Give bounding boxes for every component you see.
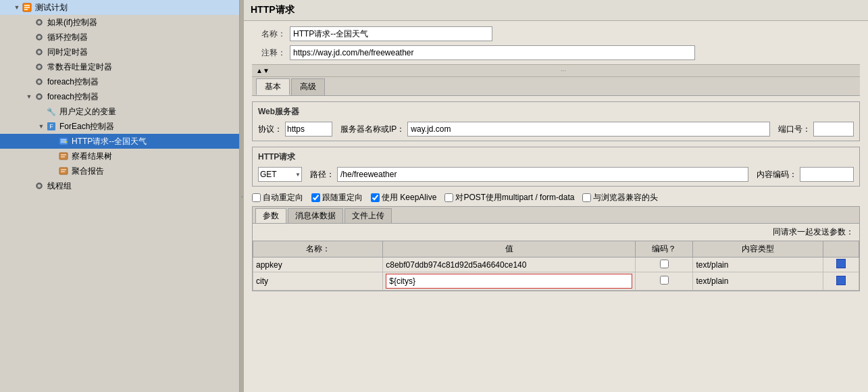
params-tab-params[interactable]: 参数: [255, 208, 286, 223]
sidebar-item-foreach2[interactable]: ▼foreach控制器: [0, 89, 239, 104]
ellipsis-bar: ···: [271, 66, 856, 75]
params-table: 名称： 值 编码？ 内容类型 appkeyc8ebf07ddb974c81d92…: [253, 241, 859, 291]
method-wrapper: GET POST PUT DELETE ▼: [258, 167, 302, 182]
param-encoded-checkbox-1[interactable]: [660, 276, 669, 285]
svg-point-7: [38, 36, 41, 39]
param-value-cell-0: c8ebf07ddb974c81d92d5a46640ce140: [383, 258, 636, 272]
page-title: HTTP请求: [244, 0, 868, 21]
param-delete-cell-0[interactable]: [823, 258, 859, 272]
param-encoded-checkbox-0[interactable]: [660, 260, 669, 268]
path-input[interactable]: [337, 167, 748, 182]
svg-rect-18: [59, 138, 68, 145]
wrench-icon: 🔧: [46, 106, 57, 117]
param-name-cell-1: city: [253, 272, 383, 291]
tab-advanced[interactable]: 高级: [291, 78, 325, 95]
param-encoded-cell-1[interactable]: [635, 272, 692, 291]
sidebar-item-label-loop-controller: 循环控制器: [47, 32, 88, 43]
follow-redirect-label[interactable]: 跟随重定向: [311, 192, 363, 203]
name-row: 名称：: [252, 26, 860, 41]
auto-redirect-checkbox[interactable]: [252, 193, 261, 202]
protocol-input[interactable]: [285, 122, 332, 137]
sidebar-item-aggregate[interactable]: 聚合报告: [0, 164, 239, 178]
multipart-label[interactable]: 对POST使用multipart / form-data: [444, 192, 574, 203]
sidebar-item-user-vars[interactable]: 🔧用户定义的变量: [0, 104, 239, 119]
path-label: 路径：: [310, 169, 334, 180]
sidebar-item-foreach1[interactable]: foreach控制器: [0, 74, 239, 89]
method-select[interactable]: GET POST PUT DELETE: [258, 167, 302, 182]
param-value-input-1[interactable]: [386, 274, 632, 289]
svg-point-29: [38, 185, 41, 187]
sidebar-item-foreach-ctrl[interactable]: ▼FForEach控制器: [0, 119, 239, 134]
port-label: 端口号：: [778, 124, 811, 135]
params-tab-body[interactable]: 消息体数据: [288, 208, 343, 223]
col-header-name: 名称：: [253, 241, 383, 258]
expand-collapse-bar[interactable]: ▲▼ ···: [252, 64, 860, 77]
param-delete-cell-1[interactable]: [823, 272, 859, 291]
table-row: appkeyc8ebf07ddb974c81d92d5a46640ce140te…: [253, 258, 859, 272]
param-content-type-cell-1: text/plain: [693, 272, 823, 291]
note-input[interactable]: [290, 45, 695, 60]
params-section: 参数 消息体数据 文件上传 同请求一起发送参数： 名称： 值 编码？ 内容类型: [252, 206, 860, 291]
http-request-row: GET POST PUT DELETE ▼ 路径： 内容编码：: [258, 167, 854, 182]
sidebar-item-label-user-vars: 用户定义的变量: [59, 106, 116, 118]
expand-icon-test-plan: ▼: [12, 3, 22, 12]
name-label: 名称：: [252, 28, 286, 40]
server-input[interactable]: [407, 122, 770, 137]
sidebar-item-thread-group[interactable]: 线程组: [0, 178, 239, 193]
param-checked-indicator-0[interactable]: [836, 259, 846, 268]
table-row: citytext/plain: [253, 272, 859, 291]
sidebar-item-label-http-request: HTTP请求--全国天气: [72, 136, 147, 147]
encoding-input[interactable]: [800, 167, 854, 182]
note-label: 注释：: [252, 47, 286, 59]
follow-redirect-checkbox[interactable]: [311, 193, 320, 202]
params-tab-files[interactable]: 文件上传: [344, 208, 392, 223]
sidebar-item-label-result-tree: 察看结果树: [72, 151, 112, 162]
param-encoded-cell-0[interactable]: [635, 258, 692, 272]
name-input[interactable]: [290, 26, 492, 41]
tab-basic[interactable]: 基本: [256, 78, 290, 95]
param-content-type-cell-0: text/plain: [693, 258, 823, 272]
param-value-cell-1: [383, 272, 636, 291]
sidebar-item-result-tree[interactable]: 察看结果树: [0, 149, 239, 164]
keepalive-label[interactable]: 使用 KeepAlive: [371, 192, 436, 203]
svg-point-15: [38, 95, 41, 98]
sidebar-item-test-plan[interactable]: ▼测试计划: [0, 0, 239, 15]
sidebar-item-label-if-controller: 如果(if)控制器: [47, 17, 97, 28]
expand-icon-constant-timer: [24, 62, 34, 72]
sidebar-item-if-controller[interactable]: 如果(if)控制器: [0, 15, 239, 30]
sidebar-item-http-request[interactable]: HTTP请求--全国天气: [0, 134, 239, 149]
sidebar-item-label-foreach-ctrl: ForEach控制器: [59, 121, 114, 132]
auto-redirect-label[interactable]: 自动重定向: [252, 192, 303, 203]
expand-icon-result-tree: [49, 151, 58, 161]
params-tab-bar: 参数 消息体数据 文件上传: [253, 207, 859, 224]
sidebar-item-constant-timer[interactable]: 常数吞吐量定时器: [0, 59, 239, 74]
svg-point-13: [38, 80, 41, 83]
param-checked-indicator-1[interactable]: [836, 276, 846, 285]
sidebar-item-loop-controller[interactable]: 循环控制器: [0, 30, 239, 45]
expand-icon-foreach-ctrl: ▼: [36, 122, 46, 131]
browser-compat-checkbox[interactable]: [582, 193, 591, 202]
tab-bar: 基本 高级: [252, 77, 860, 96]
gear-icon: [34, 76, 45, 87]
plan-icon: [22, 2, 32, 13]
svg-rect-25: [59, 168, 68, 174]
port-input[interactable]: [813, 122, 854, 137]
sidebar-item-label-timer: 同时定时器: [47, 47, 88, 58]
form-area: 名称： 注释： ▲▼ ··· 基本 高级 Web服务器 协议： 服务器名称或IP…: [244, 21, 868, 392]
send-with-label: 同请求一起发送参数：: [253, 224, 859, 241]
sidebar-item-label-test-plan: 测试计划: [35, 2, 68, 14]
expand-icon-loop-controller: [24, 32, 34, 42]
expand-icon: ▲▼: [256, 67, 270, 74]
web-server-row: 协议： 服务器名称或IP： 端口号：: [258, 122, 854, 137]
sidebar-item-timer[interactable]: 同时定时器: [0, 45, 239, 59]
encoding-label: 内容编码：: [757, 169, 797, 180]
expand-icon-user-vars: [36, 107, 46, 116]
expand-icon-aggregate: [49, 166, 58, 176]
keepalive-checkbox[interactable]: [371, 193, 380, 202]
sidebar-item-label-thread-group: 线程组: [47, 180, 72, 192]
gear-icon: [34, 91, 45, 102]
browser-compat-label[interactable]: 与浏览器兼容的头: [582, 192, 658, 203]
multipart-checkbox[interactable]: [444, 193, 453, 202]
expand-icon-http-request: [49, 137, 58, 146]
svg-rect-22: [59, 153, 68, 160]
